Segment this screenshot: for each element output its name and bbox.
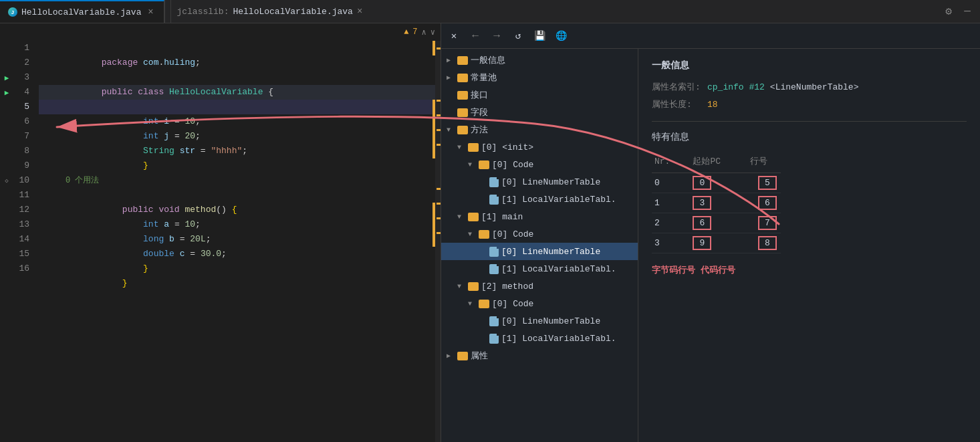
general-info-title: 一般信息 — [652, 60, 967, 72]
editor-gutter: ▶ ▶ ◇ — [0, 41, 13, 442]
chevron-up-icon[interactable]: ∧ — [422, 27, 426, 37]
special-info-title: 特有信息 — [652, 131, 967, 143]
tree-item-init-lvt[interactable]: [1] LocalVariableTabl. — [441, 191, 638, 208]
tree-label: [1] main — [481, 212, 523, 222]
tree-item-constant-pool[interactable]: ▶ 常量池 — [441, 69, 638, 86]
chevron-down-icon[interactable]: ∨ — [431, 27, 435, 37]
jclasslib-panel: ✕ ← → ↺ 💾 🌐 ▶ 一般信息 — [441, 23, 980, 442]
tree-item-method[interactable]: ▼ [2] method — [441, 278, 638, 295]
annotation-text: 字节码行号 代码行号 — [652, 264, 967, 276]
tree-label: [0] Code — [492, 299, 533, 309]
table-row: 3 9 8 — [652, 233, 781, 253]
jclasslib-tab-close[interactable]: × — [357, 6, 362, 17]
refresh-button[interactable]: ↺ — [511, 29, 525, 43]
warning-icon: ▲ — [404, 27, 408, 37]
tree-item-attributes[interactable]: ▶ 属性 — [441, 347, 638, 364]
forward-button[interactable]: → — [489, 29, 504, 43]
tree-item-method-lnt[interactable]: [0] LineNumberTable — [441, 312, 638, 330]
attr-len-value: 18 — [707, 100, 718, 110]
tree-item-init-lnt[interactable]: [0] LineNumberTable — [441, 173, 638, 191]
detail-panel: 一般信息 属性名索引: cp_info #12 <LineNumberTable… — [638, 49, 980, 442]
tree-label: 属性 — [471, 350, 488, 362]
tree-item-init[interactable]: ▼ [0] <init> — [441, 138, 638, 156]
tree-item-main-lnt[interactable]: [0] LineNumberTable — [441, 243, 638, 260]
left-tab-close[interactable]: × — [145, 7, 156, 17]
save-button[interactable]: 💾 — [532, 29, 547, 43]
tree-label: [2] method — [481, 282, 533, 292]
class-tree: ▶ 一般信息 ▶ 常量池 接口 — [441, 49, 638, 442]
code-content: package com.huling; public class HelloLo… — [35, 41, 435, 442]
tree-label: 一般信息 — [471, 54, 505, 66]
jclasslib-prefix: jclasslib: — [176, 7, 229, 17]
close-button[interactable]: ✕ — [447, 29, 461, 43]
tree-label: 方法 — [471, 124, 488, 136]
table-row: 2 6 7 — [652, 213, 781, 233]
tree-label: [0] Code — [492, 160, 533, 170]
attr-name-label: 属性名索引: — [652, 81, 702, 93]
tree-label: [0] LineNumberTable — [501, 177, 600, 187]
tree-label: [0] <init> — [481, 142, 533, 152]
tree-item-methods[interactable]: ▼ 方法 — [441, 121, 638, 138]
tree-label: [1] LocalVariableTabl. — [501, 264, 616, 274]
warning-count: 7 — [412, 27, 417, 37]
tree-label: 接口 — [471, 89, 488, 101]
editor-pane: ▲ 7 ∧ ∨ ▶ ▶ ◇ — [0, 23, 441, 442]
editor-tab-left[interactable]: J HelloLocalVariable.java × — [0, 0, 164, 23]
table-row: 1 3 6 — [652, 193, 781, 213]
attr-len-label: 属性长度: — [652, 98, 702, 110]
browser-button[interactable]: 🌐 — [554, 29, 568, 43]
tree-label: 字段 — [471, 106, 488, 118]
line-numbers: 1 2 3 4 5 6 7 8 9 10 11 12 13 14 15 16 — [13, 41, 35, 442]
tree-item-main-lvt[interactable]: [1] LocalVariableTabl. — [441, 260, 638, 278]
tree-label: [0] LineNumberTable — [501, 247, 600, 257]
attr-name-extra: <LineNumberTable> — [770, 82, 859, 92]
tree-item-init-code[interactable]: ▼ [0] Code — [441, 156, 638, 173]
tree-label: [1] LocalVariableTabl. — [501, 334, 616, 344]
tree-item-main[interactable]: ▼ [1] main — [441, 208, 638, 225]
tree-label: [0] Code — [492, 229, 533, 239]
settings-icon[interactable]: ⚙ — [941, 4, 956, 19]
line-number-table: Nr. 起始PC 行号 0 0 — [652, 152, 781, 253]
line-cell-highlighted: 5 — [758, 176, 777, 190]
tree-label: 常量池 — [471, 72, 497, 84]
java-icon: J — [8, 7, 17, 17]
col-nr: Nr. — [652, 152, 690, 173]
tree-item-main-code[interactable]: ▼ [0] Code — [441, 225, 638, 243]
attr-name-value[interactable]: cp_info #12 — [707, 82, 765, 92]
jclasslib-tab-label: HelloLocalVariable.java — [233, 7, 352, 17]
pc-cell-highlighted: 0 — [693, 176, 711, 190]
tree-item-method-code[interactable]: ▼ [0] Code — [441, 295, 638, 312]
tree-item-general[interactable]: ▶ 一般信息 — [441, 51, 638, 69]
tree-label: [1] LocalVariableTabl. — [501, 195, 616, 205]
tree-item-interface[interactable]: 接口 — [441, 86, 638, 104]
table-row: 0 0 5 — [652, 173, 781, 193]
left-tab-label: HelloLocalVariable.java — [21, 7, 141, 17]
tree-item-fields[interactable]: 字段 — [441, 104, 638, 121]
tree-label: [0] LineNumberTable — [501, 316, 600, 326]
back-button[interactable]: ← — [468, 29, 483, 43]
tree-item-method-lvt[interactable]: [1] LocalVariableTabl. — [441, 330, 638, 347]
minimize-icon[interactable]: — — [960, 4, 975, 19]
col-line: 行号 — [747, 152, 781, 173]
col-pc: 起始PC — [690, 152, 747, 173]
